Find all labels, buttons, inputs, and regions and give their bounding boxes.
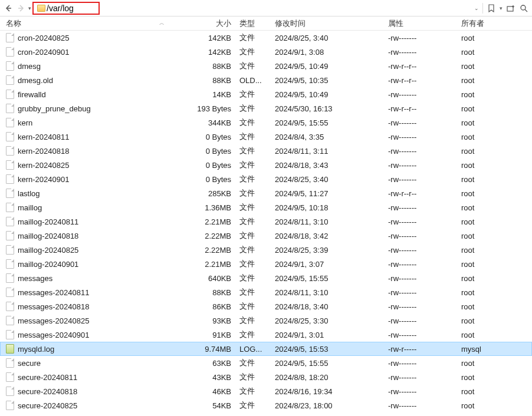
file-type: 文件 [236, 315, 269, 326]
file-attr: -rw------- [385, 118, 458, 127]
file-row[interactable]: kern-202408110 Bytes文件2024/8/4, 3:35-rw-… [0, 130, 532, 144]
file-row[interactable]: grubby_prune_debug193 Bytes文件2024/5/30, … [0, 101, 532, 115]
file-type: 文件 [236, 160, 269, 170]
file-row[interactable]: dmesg88KB文件2024/9/5, 10:49-rw-r--r--root [0, 59, 532, 73]
file-row[interactable]: mysqld.log9.74MBLOG...2024/9/5, 15:53-rw… [0, 342, 532, 356]
file-icon [6, 47, 14, 57]
file-type: OLD... [236, 76, 269, 85]
file-name: firewalld [18, 90, 186, 99]
file-date: 2024/9/5, 15:55 [269, 274, 385, 283]
file-row[interactable]: firewalld14KB文件2024/9/5, 10:49-rw-------… [0, 87, 532, 101]
file-icon [6, 358, 14, 368]
bookmark-icon[interactable] [487, 4, 496, 13]
back-button[interactable] [2, 2, 14, 14]
file-attr: -rw------- [385, 161, 458, 170]
file-attr: -rw------- [385, 316, 458, 325]
file-attr: -rw-r--r-- [385, 76, 458, 85]
folder-icon [37, 5, 45, 12]
file-name: maillog [18, 203, 186, 212]
file-owner: root [458, 48, 527, 57]
file-attr: -rw-r--r-- [385, 62, 458, 71]
bookmark-dropdown-icon[interactable]: ▾ [500, 5, 503, 11]
file-size: 1.36MB [186, 203, 236, 212]
file-owner: root [458, 260, 527, 269]
file-icon [6, 160, 14, 170]
file-row[interactable]: kern-202408250 Bytes文件2024/8/18, 3:43-rw… [0, 158, 532, 172]
path-dropdown-icon[interactable]: ⌄ [474, 5, 479, 11]
file-row[interactable]: messages-2024081886KB文件2024/8/18, 3:40-r… [0, 299, 532, 313]
file-attr: -rw------- [385, 90, 458, 99]
file-row[interactable]: secure-2024081143KB文件2024/8/8, 18:20-rw-… [0, 370, 532, 384]
file-icon [6, 203, 14, 212]
file-row[interactable]: messages-2024090191KB文件2024/9/1, 3:01-rw… [0, 328, 532, 342]
file-name: cron-20240901 [18, 48, 186, 57]
file-owner: root [458, 331, 527, 339]
search-icon[interactable] [519, 4, 528, 13]
file-row[interactable]: maillog1.36MB文件2024/9/5, 10:18-rw-------… [0, 200, 532, 214]
file-row[interactable]: dmesg.old88KBOLD...2024/9/5, 10:35-rw-r-… [0, 73, 532, 87]
file-type: 文件 [236, 103, 269, 114]
file-attr: -rw------- [385, 48, 458, 57]
file-row[interactable]: lastlog285KB文件2024/9/5, 11:27-rw-r--r--r… [0, 186, 532, 200]
file-row[interactable]: messages640KB文件2024/9/5, 15:55-rw-------… [0, 271, 532, 285]
file-row[interactable]: maillog-202408112.21MB文件2024/8/11, 3:10-… [0, 214, 532, 229]
file-icon [6, 118, 14, 127]
file-attr: -rw-r--r-- [385, 189, 458, 198]
file-type: 文件 [236, 89, 269, 100]
path-bar[interactable]: /var/log [32, 2, 100, 15]
file-row[interactable]: secure-2024081846KB文件2024/8/16, 19:34-rw… [0, 384, 532, 398]
header-size[interactable]: 大小 [186, 18, 236, 29]
file-row[interactable]: secure63KB文件2024/9/5, 15:55-rw-------roo… [0, 356, 532, 370]
file-date: 2024/8/18, 3:42 [269, 232, 385, 240]
file-name: maillog-20240818 [18, 232, 186, 240]
file-attr: -rw------- [385, 274, 458, 283]
forward-button[interactable] [15, 2, 27, 14]
file-icon [6, 189, 14, 198]
file-row[interactable]: maillog-202409012.21MB文件2024/9/1, 3:07-r… [0, 257, 532, 271]
svg-rect-2 [507, 6, 513, 11]
file-attr: -rw------- [385, 373, 458, 382]
file-icon [6, 90, 14, 99]
file-row[interactable]: kern344KB文件2024/9/5, 15:55-rw-------root [0, 115, 532, 130]
file-date: 2024/8/18, 3:43 [269, 161, 385, 170]
header-date[interactable]: 修改时间 [269, 18, 385, 29]
file-type: 文件 [236, 358, 269, 368]
file-row[interactable]: cron-20240901142KB文件2024/9/1, 3:08-rw---… [0, 45, 532, 59]
file-icon [6, 217, 14, 226]
file-type: 文件 [236, 174, 269, 184]
file-row[interactable]: kern-202408180 Bytes文件2024/8/11, 3:11-rw… [0, 144, 532, 158]
toolbar-right: ⌄ ▾ [474, 3, 530, 14]
file-type: 文件 [236, 301, 269, 312]
header-type[interactable]: 类型 [236, 18, 269, 29]
file-size: 0 Bytes [186, 133, 236, 141]
file-size: 9.74MB [186, 345, 236, 354]
file-row[interactable]: messages-2024081188KB文件2024/8/11, 3:10-r… [0, 285, 532, 299]
file-owner: root [458, 401, 527, 410]
file-row[interactable]: cron-20240825142KB文件2024/8/25, 3:40-rw--… [0, 31, 532, 45]
header-owner[interactable]: 所有者 [458, 18, 527, 29]
file-owner: root [458, 161, 527, 170]
file-icon [6, 259, 14, 269]
file-row[interactable]: maillog-202408252.22MB文件2024/8/25, 3:39-… [0, 243, 532, 257]
file-type: 文件 [236, 188, 269, 199]
file-row[interactable]: messages-2024082593KB文件2024/8/25, 3:30-r… [0, 313, 532, 328]
history-dropdown-icon[interactable]: ▾ [28, 5, 31, 11]
file-row[interactable]: kern-202409010 Bytes文件2024/8/25, 3:40-rw… [0, 172, 532, 186]
toolbar: ▾ /var/log ⌄ ▾ [0, 0, 532, 16]
header-name[interactable]: 名称 ︿ [0, 18, 186, 29]
file-owner: mysql [458, 345, 527, 354]
file-icon [6, 372, 14, 382]
header-attr[interactable]: 属性 [385, 18, 458, 29]
file-owner: root [458, 34, 527, 42]
file-attr: -rw------- [385, 359, 458, 368]
file-type: 文件 [236, 146, 269, 156]
file-name: secure-20240825 [18, 401, 186, 410]
file-size: 14KB [186, 90, 236, 99]
file-attr: -rw------- [385, 302, 458, 311]
new-tab-icon[interactable] [506, 4, 515, 13]
file-size: 0 Bytes [186, 161, 236, 170]
file-row[interactable]: maillog-202408182.22MB文件2024/8/18, 3:42-… [0, 229, 532, 243]
file-date: 2024/5/30, 16:13 [269, 104, 385, 113]
file-type: 文件 [236, 47, 269, 57]
file-row[interactable]: secure-2024082554KB文件2024/8/23, 18:00-rw… [0, 398, 532, 412]
